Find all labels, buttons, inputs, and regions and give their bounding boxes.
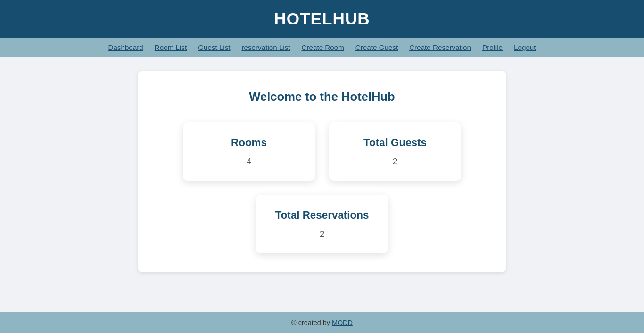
nav-profile[interactable]: Profile	[482, 43, 503, 51]
reservations-card: Total Reservations 2	[256, 195, 388, 253]
nav-create-room[interactable]: Create Room	[302, 43, 344, 51]
nav-create-guest[interactable]: Create Guest	[355, 43, 398, 51]
welcome-title: Welcome to the HotelHub	[166, 90, 478, 104]
guests-card: Total Guests 2	[329, 122, 461, 181]
nav-dashboard[interactable]: Dashboard	[108, 43, 143, 51]
site-footer: © created by MODD	[0, 312, 644, 333]
reservations-card-title: Total Reservations	[275, 209, 369, 221]
nav-room-list[interactable]: Room List	[155, 43, 187, 51]
main-nav: Dashboard Room List Guest List reservati…	[0, 38, 644, 57]
rooms-card: Rooms 4	[183, 122, 315, 181]
top-cards-row: Rooms 4 Total Guests 2	[166, 122, 478, 181]
nav-reservation-list[interactable]: reservation List	[242, 43, 290, 51]
guests-card-title: Total Guests	[348, 137, 442, 149]
rooms-card-title: Rooms	[202, 137, 296, 149]
bottom-cards-row: Total Reservations 2	[166, 195, 478, 253]
footer-link[interactable]: MODD	[332, 319, 353, 326]
site-title: HOTELHUB	[9, 9, 635, 28]
nav-guest-list[interactable]: Guest List	[198, 43, 230, 51]
guests-card-count: 2	[348, 156, 442, 167]
site-header: HOTELHUB	[0, 0, 644, 38]
dashboard-container: Welcome to the HotelHub Rooms 4 Total Gu…	[138, 71, 506, 272]
nav-logout[interactable]: Logout	[514, 43, 536, 51]
nav-create-reservation[interactable]: Create Reservation	[409, 43, 471, 51]
main-content: Welcome to the HotelHub Rooms 4 Total Gu…	[0, 57, 644, 312]
rooms-card-count: 4	[202, 156, 296, 167]
reservations-card-count: 2	[275, 229, 369, 239]
footer-text: © created by	[291, 319, 332, 326]
